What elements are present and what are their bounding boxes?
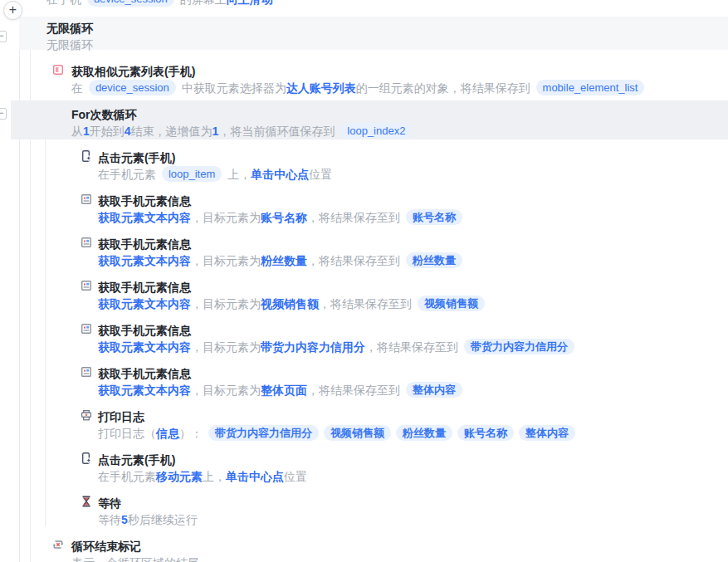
desc-text: ，将结果保存至到 (365, 340, 462, 354)
parameter-token[interactable]: 获取元素文本内容 (98, 384, 191, 397)
desc-text: ，将结果保存至到 (319, 297, 415, 310)
desc-text: ，将结果保存至到 (307, 211, 403, 224)
desc-text: ，将当前循环值保存到 (218, 125, 338, 138)
step-description: 在手机元素移动元素上，单击中心点位置 (98, 468, 307, 485)
previous-step-desc-partial: 在手机 device_session 的屏幕上向上滑动 (46, 0, 273, 7)
step-title: 点击元素(手机) (98, 149, 332, 166)
variable-pill[interactable]: mobile_element_list (536, 80, 645, 95)
parameter-token[interactable]: 整体页面 (261, 384, 307, 397)
desc-text: 的屏幕上 (177, 0, 227, 6)
desc-text: 从 (71, 125, 83, 138)
parameter-token[interactable]: 带货力内容力信用分 (261, 340, 365, 354)
desc-text: 开始到 (90, 125, 125, 138)
collapse-toggle[interactable]: − (0, 108, 7, 120)
value-token[interactable]: 4 (125, 125, 131, 138)
step-title: 获取相似元素列表(手机) (71, 63, 647, 80)
variable-pill[interactable]: 粉丝数量 (396, 425, 452, 441)
loop-end-icon (51, 538, 65, 551)
phone-element-info-icon (80, 236, 93, 249)
step-description: 等待5秒后继续运行 (98, 511, 198, 528)
collapse-toggle[interactable]: − (0, 31, 7, 42)
variable-pill[interactable]: 粉丝数量 (406, 252, 462, 268)
desc-text: ，目标元素为 (191, 340, 261, 354)
value-token[interactable]: 1 (83, 125, 90, 138)
desc-text: 表示一个循环区域的结尾 (71, 556, 199, 562)
step-text: 循环结束标记表示一个循环区域的结尾 (71, 538, 199, 562)
step-text: 获取手机元素信息获取元素文本内容，目标元素为视频销售额，将结果保存至到 视频销售… (98, 279, 487, 312)
parameter-token[interactable]: 达人账号列表 (286, 81, 356, 95)
click-element-phone-icon (80, 149, 93, 163)
variable-pill[interactable]: device_session (87, 0, 174, 7)
variable-pill[interactable]: 带货力内容力信用分 (464, 339, 574, 354)
step-description: 获取元素文本内容，目标元素为账号名称，将结果保存至到 账号名称 (98, 209, 465, 226)
step-title: 循环结束标记 (71, 538, 199, 555)
step-description: 获取元素文本内容，目标元素为带货力内容力信用分，将结果保存至到 带货力内容力信用… (98, 339, 577, 355)
block-row-highlight (19, 17, 728, 50)
variable-pill[interactable]: 带货力内容力信用分 (208, 425, 319, 441)
desc-text: ，目标元素为 (191, 297, 261, 310)
step-title: 获取手机元素信息 (98, 322, 577, 339)
step-text: 获取手机元素信息获取元素文本内容，目标元素为粉丝数量，将结果保存至到 粉丝数量 (98, 236, 465, 269)
desc-text: 中获取元素选择器为 (178, 81, 286, 95)
parameter-token[interactable]: 向上滑动 (227, 0, 273, 6)
desc-text: 结束，递增值为 (131, 125, 213, 138)
variable-pill[interactable]: 账号名称 (406, 209, 462, 225)
desc-text: ，将结果保存至到 (307, 384, 403, 397)
desc-text: 在手机元素 (98, 168, 159, 181)
desc-text: ）： (179, 427, 206, 440)
parameter-token[interactable]: 单击中心点 (226, 470, 284, 483)
phone-element-info-icon (80, 279, 93, 292)
parameter-token[interactable]: 获取元素文本内容 (98, 340, 191, 354)
step-description: 在 device_session 中获取元素选择器为达人账号列表的一组元素的对象… (71, 80, 647, 96)
step-text: 点击元素(手机)在手机元素移动元素上，单击中心点位置 (98, 452, 307, 485)
click-element-phone-icon (80, 452, 93, 465)
parameter-token[interactable]: 获取元素文本内容 (98, 297, 191, 310)
parameter-token[interactable]: 获取元素文本内容 (98, 211, 191, 224)
indent-guide-line (45, 139, 46, 526)
parameter-token[interactable]: 视频销售额 (261, 297, 319, 310)
step-text: 打印日志打印日志（信息）： 带货力内容力信用分视频销售额粉丝数量账号名称整体内容 (98, 408, 578, 442)
desc-text: 位置 (284, 470, 307, 483)
add-step-button[interactable]: + (3, 1, 22, 20)
phone-element-info-icon (80, 365, 93, 379)
step-text: 等待等待5秒后继续运行 (98, 495, 198, 528)
parameter-token[interactable]: 单击中心点 (251, 168, 309, 181)
desc-text: 在手机元素 (98, 470, 156, 483)
step-text: 点击元素(手机)在手机元素 loop_item 上，单击中心点位置 (98, 149, 332, 183)
variable-pill[interactable]: 视频销售额 (418, 296, 485, 311)
wait-icon (80, 495, 93, 508)
parameter-token[interactable]: 获取元素文本内容 (98, 254, 191, 267)
parameter-token[interactable]: 账号名称 (261, 211, 307, 224)
step-text: 获取相似元素列表(手机)在 device_session 中获取元素选择器为达人… (71, 63, 647, 96)
step-title: 无限循环 (46, 20, 93, 37)
variable-pill[interactable]: 视频销售额 (324, 425, 391, 441)
value-token[interactable]: 5 (121, 513, 128, 526)
step-title: 打印日志 (98, 408, 578, 425)
variable-pill[interactable]: loop_item (162, 166, 222, 182)
step-title: 获取手机元素信息 (98, 279, 487, 296)
step-description: 表示一个循环区域的结尾 (71, 555, 199, 562)
variable-pill[interactable]: loop_index2 (340, 123, 412, 139)
phone-element-info-icon (80, 322, 93, 335)
parameter-token[interactable]: 移动元素 (156, 470, 203, 483)
phone-element-info-icon (80, 193, 93, 206)
similar-elements-icon (51, 63, 65, 76)
desc-text: 的一组元素的对象，将结果保存到 (356, 81, 534, 95)
variable-pill[interactable]: device_session (89, 80, 176, 95)
step-text: 无限循环无限循环 (46, 20, 93, 53)
step-description: 无限循环 (46, 37, 93, 53)
variable-pill[interactable]: 整体内容 (406, 382, 462, 398)
variable-pill[interactable]: 整体内容 (519, 425, 575, 441)
parameter-token[interactable]: 粉丝数量 (261, 254, 307, 267)
step-title: 等待 (98, 495, 198, 511)
step-title: 获取手机元素信息 (98, 365, 465, 382)
desc-text: 位置 (309, 168, 332, 181)
step-description: 从1开始到4结束，递增值为1，将当前循环值保存到 loop_index2 (71, 123, 414, 139)
desc-text: ，目标元素为 (191, 384, 261, 397)
parameter-token[interactable]: 信息 (156, 427, 179, 440)
step-description: 在手机元素 loop_item 上，单击中心点位置 (98, 166, 332, 183)
step-description: 打印日志（信息）： 带货力内容力信用分视频销售额粉丝数量账号名称整体内容 (98, 425, 578, 442)
desc-text: 等待 (98, 513, 121, 526)
workflow-canvas: 在手机 device_session 的屏幕上向上滑动 + − − ∞无限循环无… (0, 0, 728, 562)
variable-pill[interactable]: 账号名称 (457, 425, 514, 441)
